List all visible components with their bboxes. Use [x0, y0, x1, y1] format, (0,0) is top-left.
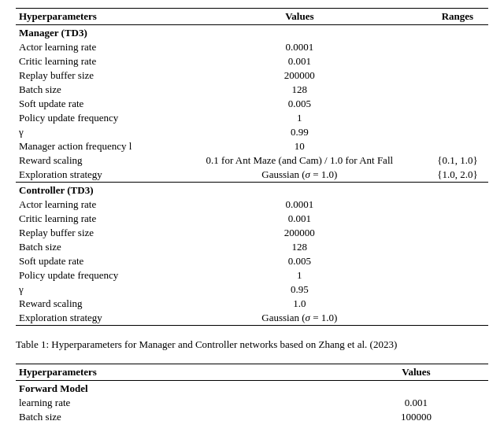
section-name-0: Manager (TD3): [16, 25, 488, 41]
param-range: [427, 198, 488, 212]
section-name-1: Controller (TD3): [16, 183, 488, 198]
param-name: Reward scaling: [16, 297, 172, 311]
param-value: 0.0001: [172, 40, 427, 54]
table-row: Batch size128: [16, 83, 488, 97]
param-name: Soft update rate: [16, 254, 172, 268]
param-name: Batch size: [16, 240, 172, 254]
section-header-0: Manager (TD3): [16, 25, 488, 41]
param-range: [427, 240, 488, 254]
table-row: Replay buffer size200000: [16, 226, 488, 240]
param-name: Exploration strategy: [16, 311, 172, 326]
table-row: Replay buffer size200000: [16, 68, 488, 83]
param-name: Exploration strategy: [16, 168, 172, 183]
param-name: Batch size: [16, 83, 172, 97]
table-row: Actor learning rate0.0001: [16, 40, 488, 54]
param-name: Replay buffer size: [16, 226, 172, 240]
param-name: Replay buffer size: [16, 68, 172, 83]
param-range: [427, 268, 488, 282]
table-row: Policy update frequency1: [16, 111, 488, 125]
param2-value: 0.001: [344, 396, 488, 410]
param-name: γ: [16, 282, 172, 297]
table-row: Actor learning rate0.0001: [16, 198, 488, 212]
param-range: [427, 68, 488, 83]
param2-name: Batch size: [16, 410, 344, 424]
table-row: γ0.95: [16, 282, 488, 297]
param-range: [427, 111, 488, 125]
param-range: [427, 226, 488, 240]
table-row: Exploration strategyGaussian (σ = 1.0): [16, 311, 488, 326]
param-range: [427, 97, 488, 111]
param-value: Gaussian (σ = 1.0): [172, 168, 427, 183]
table-row: Policy update frequency1: [16, 268, 488, 282]
param-name: Critic learning rate: [16, 212, 172, 226]
param-value: 10: [172, 139, 427, 153]
hyperparameters-table-1: Hyperparameters Values Ranges Manager (T…: [16, 8, 488, 326]
param-name: Policy update frequency: [16, 268, 172, 282]
param-value: 0.0001: [172, 198, 427, 212]
param-range: [427, 254, 488, 268]
table-row: Critic learning rate0.001: [16, 212, 488, 226]
table-row: Exploration strategyGaussian (σ = 1.0){1…: [16, 168, 488, 183]
param-value: 200000: [172, 226, 427, 240]
table-row: Manager action frequency l10: [16, 139, 488, 153]
param-range: [427, 125, 488, 139]
section-header-1: Controller (TD3): [16, 183, 488, 198]
table-row: Soft update rate0.005: [16, 254, 488, 268]
col-header-hyperparameters: Hyperparameters: [16, 9, 172, 25]
param-value: 0.005: [172, 254, 427, 268]
table-row: Critic learning rate0.001: [16, 54, 488, 68]
param-name: Actor learning rate: [16, 40, 172, 54]
table-row: Reward scaling0.1 for Ant Maze (and Cam)…: [16, 153, 488, 168]
param2-name: learning rate: [16, 396, 344, 410]
param-value: 0.001: [172, 212, 427, 226]
param-value: 1: [172, 268, 427, 282]
param-name: Reward scaling: [16, 153, 172, 168]
param-value: 128: [172, 240, 427, 254]
table-row: Batch size128: [16, 240, 488, 254]
param2-value: 100000: [344, 410, 488, 424]
table-row: γ0.99: [16, 125, 488, 139]
param-range: [427, 40, 488, 54]
param-value: 1: [172, 111, 427, 125]
table-row: Soft update rate0.005: [16, 97, 488, 111]
param-name: Soft update rate: [16, 97, 172, 111]
param-value: 200000: [172, 68, 427, 83]
param-range: [427, 311, 488, 326]
table-row: Reward scaling1.0: [16, 297, 488, 311]
hyperparameters-table-2: Hyperparameters Values Forward Modellear…: [16, 364, 488, 424]
param-range: [427, 54, 488, 68]
param-value: 0.95: [172, 282, 427, 297]
table2-row: Batch size100000: [16, 410, 488, 424]
param-value: 0.99: [172, 125, 427, 139]
param-value: Gaussian (σ = 1.0): [172, 311, 427, 326]
param-range: {1.0, 2.0}: [427, 168, 488, 183]
param-value: 0.005: [172, 97, 427, 111]
param-name: Policy update frequency: [16, 111, 172, 125]
param-name: Manager action frequency l: [16, 139, 172, 153]
col2-header-hyperparameters: Hyperparameters: [16, 364, 344, 381]
param-name: Actor learning rate: [16, 198, 172, 212]
param-value: 128: [172, 83, 427, 97]
col-header-ranges: Ranges: [427, 9, 488, 25]
param-name: γ: [16, 125, 172, 139]
param-range: [427, 282, 488, 297]
param-range: {0.1, 1.0}: [427, 153, 488, 168]
table1-caption: Table 1: Hyperparameters for Manager and…: [16, 335, 488, 354]
param-name: Critic learning rate: [16, 54, 172, 68]
table2-row: learning rate0.001: [16, 396, 488, 410]
param-range: [427, 139, 488, 153]
param-range: [427, 297, 488, 311]
param-value: 1.0: [172, 297, 427, 311]
col2-header-values: Values: [344, 364, 488, 381]
col-header-values: Values: [172, 9, 427, 25]
param-value: 0.1 for Ant Maze (and Cam) / 1.0 for Ant…: [172, 153, 427, 168]
param-value: 0.001: [172, 54, 427, 68]
param-range: [427, 83, 488, 97]
section2-name-0: Forward Model: [16, 381, 488, 397]
section2-header-0: Forward Model: [16, 381, 488, 397]
param-range: [427, 212, 488, 226]
